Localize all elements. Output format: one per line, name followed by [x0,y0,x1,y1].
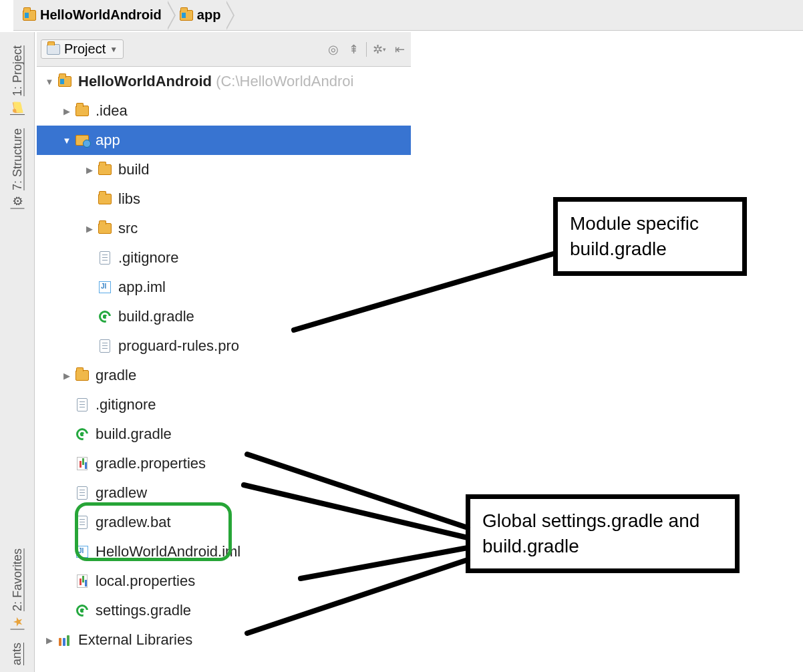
tree-node-gitignore-app[interactable]: ▶ .gitignore [37,243,411,273]
tree-label: build [118,161,149,178]
expand-arrow-icon[interactable]: ▶ [61,106,73,116]
collapse-all-icon[interactable]: ⇞ [346,42,361,57]
folder-icon [98,194,112,204]
side-tab-favorites-label: 2: Favorites [10,548,24,611]
tree-label: HelloWorldAndroid (C:\HelloWorldAndroi [78,73,353,90]
gradle-file-icon [76,428,88,440]
tree-label: gradle [96,367,136,384]
file-icon [77,516,88,529]
project-view-label: Project [64,41,106,57]
side-tab-strip: 📁 1: Project ⚙ 7: Structure ★ 2: Favorit… [0,32,35,672]
tree-label: .idea [96,102,128,120]
folder-icon [75,370,89,381]
tree-node-gradlew-bat[interactable]: ▶ gradlew.bat [37,508,411,537]
tree-node-idea[interactable]: ▶ .idea [37,96,411,126]
annotation-module-build-gradle: Module specific build.gradle [553,197,747,276]
file-icon [100,339,110,353]
tree-label: build.gradle [96,426,172,443]
breadcrumb-root[interactable]: HelloWorldAndroid [19,0,168,30]
tree-label: libs [118,190,140,208]
tree-node-external-libraries[interactable]: ▶ External Libraries [37,625,411,655]
target-icon[interactable]: ◎ [326,42,341,57]
side-tab-ants-label: ants [10,643,24,665]
expand-arrow-icon[interactable]: ▶ [84,224,96,234]
folder-icon [75,106,89,116]
breadcrumb-bar: HelloWorldAndroid app [13,0,803,31]
side-tab-favorites[interactable]: ★ 2: Favorites [10,548,25,629]
tree-label: .gitignore [96,396,156,413]
annotation-global-gradle: Global settings.gradle and build.gradle [466,494,740,573]
folder-icon [180,10,193,21]
side-tab-ants[interactable]: ants [10,643,24,665]
side-tab-structure[interactable]: ⚙ 7: Structure [10,128,25,208]
tree-label: gradle.properties [96,455,206,472]
project-view-selector[interactable]: Project ▼ [41,39,124,59]
file-icon [77,398,88,411]
expand-arrow-icon[interactable]: ▶ [43,635,55,645]
side-tab-structure-label: 7: Structure [10,128,24,190]
tree-node-src[interactable]: ▶ src [37,214,411,243]
tree-node-app[interactable]: ▼ app [37,126,411,155]
breadcrumb-root-label: HelloWorldAndroid [40,7,162,23]
project-tab-icon: 📁 [10,100,25,115]
breadcrumb-app[interactable]: app [176,0,228,30]
tree-label: HelloWorldAndroid.iml [96,543,240,560]
tree-label: proguard-rules.pro [118,337,239,355]
tree-label: build.gradle [118,308,194,325]
folder-icon [98,223,112,234]
gradle-file-icon [76,605,88,617]
tree-node-app-iml[interactable]: ▶ app.iml [37,273,411,302]
tree-node-root[interactable]: ▼ HelloWorldAndroid (C:\HelloWorldAndroi [37,67,411,96]
tree-label: settings.gradle [96,602,191,619]
tree-node-settings-gradle[interactable]: ▶ settings.gradle [37,596,411,625]
breadcrumb-separator-icon [168,1,176,30]
breadcrumb-app-label: app [197,7,221,23]
tree-node-libs[interactable]: ▶ libs [37,184,411,214]
expand-arrow-icon[interactable]: ▼ [43,77,55,87]
tree-label: External Libraries [78,631,192,649]
structure-tab-icon: ⚙ [10,194,24,209]
hide-icon[interactable]: ⇤ [392,42,407,57]
tree-label: app.iml [118,279,166,296]
project-folder-icon [58,76,71,87]
gear-icon[interactable]: ✲▾ [372,42,387,57]
tree-label: .gitignore [118,249,179,267]
project-selector-icon [47,44,60,55]
breadcrumb-separator-icon [226,1,234,30]
tree-label: local.properties [96,572,195,590]
separator [366,42,367,57]
properties-file-icon [77,574,88,588]
expand-arrow-icon[interactable]: ▶ [84,165,96,175]
iml-file-icon [99,281,111,293]
tree-label: app [96,132,120,149]
tree-node-build[interactable]: ▶ build [37,155,411,184]
file-icon [100,251,110,265]
expand-arrow-icon[interactable]: ▶ [61,371,73,381]
libraries-icon [59,634,71,646]
properties-file-icon [77,457,88,470]
folder-icon [98,164,112,175]
expand-arrow-icon[interactable]: ▼ [61,136,73,146]
tree-node-gradle-properties[interactable]: ▶ gradle.properties [37,449,411,478]
tree-node-local-properties[interactable]: ▶ local.properties [37,566,411,596]
tree-label: gradlew [96,484,147,502]
tree-node-gradlew[interactable]: ▶ gradlew [37,478,411,508]
tree-node-gitignore-root[interactable]: ▶ .gitignore [37,390,411,419]
tree-node-build-gradle-app[interactable]: ▶ build.gradle [37,302,411,331]
project-header-actions: ◎ ⇞ ✲▾ ⇤ [326,42,407,57]
tree-label: gradlew.bat [96,514,171,531]
iml-file-icon [76,546,88,558]
gradle-file-icon [99,311,111,323]
side-tab-project[interactable]: 📁 1: Project [10,45,25,115]
tree-node-proguard[interactable]: ▶ proguard-rules.pro [37,331,411,361]
tree-label: src [118,220,138,237]
module-icon [75,135,89,146]
project-tree: ▼ HelloWorldAndroid (C:\HelloWorldAndroi… [37,67,411,655]
file-icon [77,486,88,500]
favorites-tab-icon: ★ [10,615,24,629]
tree-node-project-iml[interactable]: ▶ HelloWorldAndroid.iml [37,537,411,566]
tree-node-build-gradle-root[interactable]: ▶ build.gradle [37,419,411,449]
tree-node-gradle[interactable]: ▶ gradle [37,361,411,390]
chevron-down-icon: ▼ [110,45,118,54]
project-tool-header: Project ▼ ◎ ⇞ ✲▾ ⇤ [37,32,411,67]
